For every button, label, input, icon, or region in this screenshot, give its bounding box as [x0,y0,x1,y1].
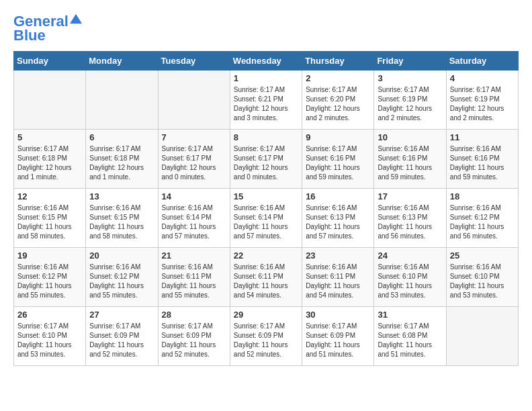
day-number: 23 [306,250,370,261]
day-info: Sunrise: 6:16 AM Sunset: 6:12 PM Dayligh… [17,263,82,300]
weekday-header-monday: Monday [86,52,158,71]
calendar-cell: 18Sunrise: 6:16 AM Sunset: 6:12 PM Dayli… [446,189,518,248]
day-number: 15 [234,191,298,201]
calendar-cell: 15Sunrise: 6:16 AM Sunset: 6:14 PM Dayli… [230,189,302,248]
calendar-cell: 31Sunrise: 6:17 AM Sunset: 6:08 PM Dayli… [374,307,446,366]
day-number: 8 [234,132,298,142]
calendar-cell: 2Sunrise: 6:17 AM Sunset: 6:20 PM Daylig… [302,71,374,130]
day-info: Sunrise: 6:17 AM Sunset: 6:10 PM Dayligh… [17,322,82,359]
weekday-header-wednesday: Wednesday [230,52,302,71]
calendar-cell: 29Sunrise: 6:17 AM Sunset: 6:09 PM Dayli… [230,307,302,366]
calendar-cell [86,71,158,130]
calendar-cell: 5Sunrise: 6:17 AM Sunset: 6:18 PM Daylig… [14,130,86,189]
day-number: 19 [17,250,82,261]
day-info: Sunrise: 6:16 AM Sunset: 6:14 PM Dayligh… [162,203,226,241]
calendar-cell: 23Sunrise: 6:16 AM Sunset: 6:11 PM Dayli… [302,248,374,307]
day-info: Sunrise: 6:16 AM Sunset: 6:15 PM Dayligh… [17,203,82,241]
day-info: Sunrise: 6:16 AM Sunset: 6:15 PM Dayligh… [89,203,154,241]
day-number: 9 [306,132,370,142]
day-number: 22 [234,250,298,261]
logo: General Blue [13,13,82,44]
calendar-cell: 19Sunrise: 6:16 AM Sunset: 6:12 PM Dayli… [14,248,86,307]
day-number: 4 [450,73,515,83]
calendar-cell: 17Sunrise: 6:16 AM Sunset: 6:13 PM Dayli… [374,189,446,248]
day-number: 25 [450,250,515,261]
day-number: 26 [17,310,82,320]
calendar-cell: 30Sunrise: 6:17 AM Sunset: 6:09 PM Dayli… [302,307,374,366]
day-number: 16 [306,191,370,201]
calendar-cell: 3Sunrise: 6:17 AM Sunset: 6:19 PM Daylig… [374,71,446,130]
day-number: 5 [17,132,82,142]
calendar-cell: 22Sunrise: 6:16 AM Sunset: 6:11 PM Dayli… [230,248,302,307]
day-info: Sunrise: 6:17 AM Sunset: 6:19 PM Dayligh… [450,85,515,123]
day-number: 29 [234,310,298,320]
logo-icon [70,13,82,25]
day-info: Sunrise: 6:17 AM Sunset: 6:18 PM Dayligh… [89,144,154,182]
calendar-cell: 8Sunrise: 6:17 AM Sunset: 6:17 PM Daylig… [230,130,302,189]
day-number: 3 [378,73,442,83]
day-info: Sunrise: 6:17 AM Sunset: 6:20 PM Dayligh… [306,85,370,123]
day-number: 14 [162,191,226,201]
calendar-cell: 9Sunrise: 6:17 AM Sunset: 6:16 PM Daylig… [302,130,374,189]
day-number: 6 [89,132,154,142]
calendar-cell [14,71,86,130]
day-info: Sunrise: 6:16 AM Sunset: 6:12 PM Dayligh… [89,263,154,300]
day-number: 24 [378,250,442,261]
day-number: 31 [378,310,442,320]
day-info: Sunrise: 6:17 AM Sunset: 6:17 PM Dayligh… [162,144,226,182]
calendar-cell: 13Sunrise: 6:16 AM Sunset: 6:15 PM Dayli… [86,189,158,248]
day-info: Sunrise: 6:17 AM Sunset: 6:19 PM Dayligh… [378,85,442,123]
day-info: Sunrise: 6:16 AM Sunset: 6:14 PM Dayligh… [234,203,298,241]
day-number: 11 [450,132,515,142]
calendar-cell: 20Sunrise: 6:16 AM Sunset: 6:12 PM Dayli… [86,248,158,307]
day-number: 7 [162,132,226,142]
calendar-cell: 26Sunrise: 6:17 AM Sunset: 6:10 PM Dayli… [14,307,86,366]
day-number: 21 [162,250,226,261]
day-info: Sunrise: 6:17 AM Sunset: 6:09 PM Dayligh… [89,322,154,359]
day-info: Sunrise: 6:16 AM Sunset: 6:12 PM Dayligh… [450,203,515,241]
day-info: Sunrise: 6:16 AM Sunset: 6:10 PM Dayligh… [378,263,442,300]
calendar-cell: 27Sunrise: 6:17 AM Sunset: 6:09 PM Dayli… [86,307,158,366]
calendar-cell: 28Sunrise: 6:17 AM Sunset: 6:09 PM Dayli… [158,307,230,366]
calendar-cell: 7Sunrise: 6:17 AM Sunset: 6:17 PM Daylig… [158,130,230,189]
day-info: Sunrise: 6:17 AM Sunset: 6:09 PM Dayligh… [234,322,298,359]
calendar-table: SundayMondayTuesdayWednesdayThursdayFrid… [13,51,519,366]
calendar-cell: 12Sunrise: 6:16 AM Sunset: 6:15 PM Dayli… [14,189,86,248]
day-info: Sunrise: 6:17 AM Sunset: 6:18 PM Dayligh… [17,144,82,182]
weekday-header-tuesday: Tuesday [158,52,230,71]
calendar-cell: 25Sunrise: 6:16 AM Sunset: 6:10 PM Dayli… [446,248,518,307]
weekday-header-thursday: Thursday [302,52,374,71]
day-info: Sunrise: 6:16 AM Sunset: 6:11 PM Dayligh… [306,263,370,300]
day-number: 1 [234,73,298,83]
day-info: Sunrise: 6:16 AM Sunset: 6:10 PM Dayligh… [450,263,515,300]
day-info: Sunrise: 6:16 AM Sunset: 6:13 PM Dayligh… [378,203,442,241]
day-info: Sunrise: 6:16 AM Sunset: 6:13 PM Dayligh… [306,203,370,241]
day-info: Sunrise: 6:17 AM Sunset: 6:09 PM Dayligh… [162,322,226,359]
day-info: Sunrise: 6:16 AM Sunset: 6:16 PM Dayligh… [450,144,515,182]
calendar-cell: 14Sunrise: 6:16 AM Sunset: 6:14 PM Dayli… [158,189,230,248]
day-number: 17 [378,191,442,201]
day-number: 27 [89,310,154,320]
day-info: Sunrise: 6:16 AM Sunset: 6:11 PM Dayligh… [162,263,226,300]
day-info: Sunrise: 6:17 AM Sunset: 6:16 PM Dayligh… [306,144,370,182]
day-info: Sunrise: 6:16 AM Sunset: 6:16 PM Dayligh… [378,144,442,182]
calendar-cell: 4Sunrise: 6:17 AM Sunset: 6:19 PM Daylig… [446,71,518,130]
day-number: 18 [450,191,515,201]
calendar-cell: 16Sunrise: 6:16 AM Sunset: 6:13 PM Dayli… [302,189,374,248]
day-info: Sunrise: 6:17 AM Sunset: 6:09 PM Dayligh… [306,322,370,359]
day-info: Sunrise: 6:17 AM Sunset: 6:17 PM Dayligh… [234,144,298,182]
page-header: General Blue [13,13,519,44]
day-number: 28 [162,310,226,320]
day-info: Sunrise: 6:17 AM Sunset: 6:21 PM Dayligh… [234,85,298,123]
svg-marker-0 [70,14,82,24]
calendar-cell [446,307,518,366]
day-number: 20 [89,250,154,261]
day-number: 13 [89,191,154,201]
calendar-cell: 11Sunrise: 6:16 AM Sunset: 6:16 PM Dayli… [446,130,518,189]
day-info: Sunrise: 6:17 AM Sunset: 6:08 PM Dayligh… [378,322,442,359]
calendar-cell: 10Sunrise: 6:16 AM Sunset: 6:16 PM Dayli… [374,130,446,189]
weekday-header-sunday: Sunday [14,52,86,71]
calendar-cell: 21Sunrise: 6:16 AM Sunset: 6:11 PM Dayli… [158,248,230,307]
calendar-cell [158,71,230,130]
calendar-cell: 6Sunrise: 6:17 AM Sunset: 6:18 PM Daylig… [86,130,158,189]
